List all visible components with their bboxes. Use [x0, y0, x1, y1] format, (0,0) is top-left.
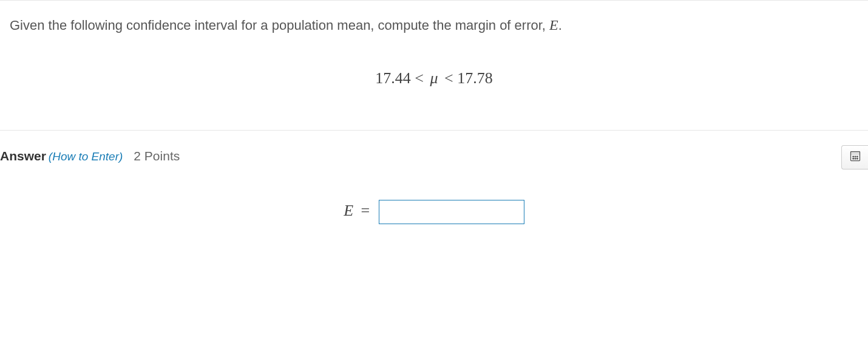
answer-variable: E	[344, 202, 353, 219]
mu-symbol: μ	[427, 69, 440, 87]
prompt-text-suffix: .	[558, 18, 562, 33]
confidence-interval-expression: 17.44 < μ < 17.78	[10, 69, 858, 87]
svg-point-7	[856, 158, 858, 159]
prompt-variable: E	[549, 17, 558, 33]
answer-section: Answer(How to Enter) 2 Points E =	[0, 131, 868, 248]
points-label: 2 Points	[134, 149, 180, 163]
answer-label: Answer	[0, 149, 46, 163]
svg-point-5	[852, 158, 853, 159]
question-prompt: Given the following confidence interval …	[10, 15, 858, 36]
answer-header: Answer(How to Enter) 2 Points	[0, 149, 868, 163]
prompt-text-prefix: Given the following confidence interval …	[10, 18, 549, 33]
svg-point-6	[855, 158, 856, 159]
svg-point-2	[852, 156, 853, 157]
svg-point-3	[855, 156, 856, 157]
lt-symbol-2: <	[444, 69, 457, 87]
equals-sign: =	[361, 202, 370, 219]
lt-symbol-1: <	[415, 69, 427, 87]
interval-lower: 17.44	[375, 69, 411, 87]
svg-rect-1	[850, 152, 860, 155]
margin-of-error-input[interactable]	[379, 200, 524, 224]
svg-point-4	[856, 156, 858, 157]
answer-input-row: E =	[0, 200, 868, 224]
interval-upper: 17.78	[457, 69, 493, 87]
keypad-button[interactable]	[841, 145, 868, 169]
question-section: Given the following confidence interval …	[0, 0, 868, 131]
keypad-icon	[849, 150, 861, 164]
how-to-enter-link[interactable]: (How to Enter)	[49, 150, 123, 163]
